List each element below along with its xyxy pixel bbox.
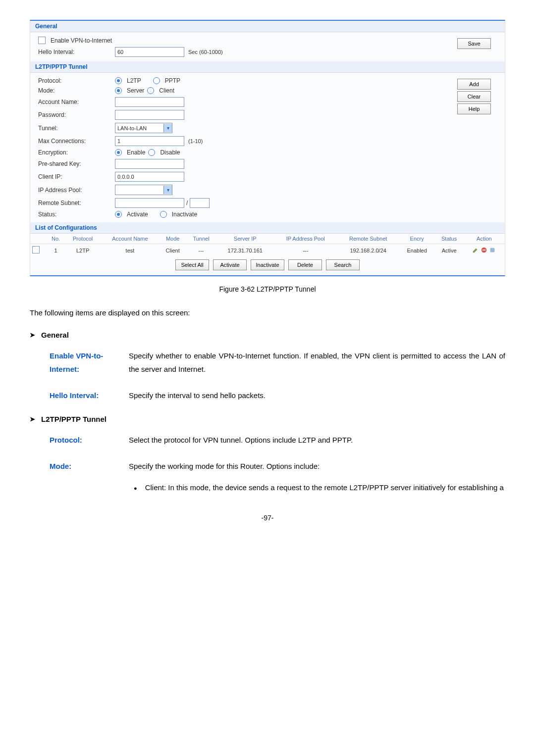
encryption-enable-text: Enable [127, 149, 145, 156]
desc-protocol: Select the protocol for VPN tunnel. Opti… [129, 433, 353, 447]
remotesubnet-mask-input[interactable] [190, 198, 210, 208]
account-input[interactable] [115, 97, 184, 107]
hello-interval-label: Hello Interval: [38, 49, 115, 55]
status-inactivate-radio[interactable] [160, 211, 167, 218]
desc-hello-interval: Specify the interval to send hello packe… [129, 389, 266, 402]
hello-interval-hint: Sec (60-1000) [188, 49, 223, 55]
ippool-select[interactable]: ▾ [115, 185, 172, 195]
term-protocol: Protocol: [50, 433, 129, 447]
save-button[interactable]: Save [457, 38, 491, 49]
desc-enable-vpn: Specify whether to enable VPN-to-Interne… [129, 349, 505, 376]
clientip-label: Client IP: [38, 173, 115, 180]
clientip-input[interactable]: 0.0.0.0 [115, 172, 184, 182]
encryption-disable-radio[interactable] [148, 149, 155, 156]
maxconn-input[interactable]: 1 [115, 136, 184, 146]
delete-icon[interactable] [481, 247, 487, 253]
activate-button[interactable]: Activate [213, 259, 247, 270]
edit-icon[interactable] [472, 247, 479, 253]
ippool-label: IP Address Pool: [38, 187, 115, 194]
inactivate-button[interactable]: Inactivate [251, 259, 284, 270]
maxconn-hint: (1-10) [188, 138, 203, 144]
table-row[interactable]: 1 L2TP test Client --- 172.31.70.161 ---… [30, 244, 505, 257]
chevron-down-icon: ▾ [163, 124, 172, 132]
config-panel: General Save Enable VPN-to-Internet Hell… [30, 20, 505, 276]
section-general-title: General [30, 21, 505, 32]
mode-client-text: Client [159, 87, 174, 94]
remotesubnet-sep: / [186, 200, 188, 206]
chevron-down-icon: ▾ [163, 186, 172, 194]
term-enable-vpn: Enable VPN-to-Internet: [50, 349, 129, 376]
encryption-enable-radio[interactable] [115, 149, 122, 156]
desc-mode: Specify the working mode for this Router… [129, 459, 504, 494]
tunnel-select[interactable]: LAN-to-LAN ▾ [115, 123, 172, 133]
mode-server-radio[interactable] [115, 87, 122, 94]
mode-client-radio[interactable] [147, 87, 154, 94]
mode-server-text: Server [127, 87, 144, 94]
mode-label: Mode: [38, 87, 115, 94]
tunnel-label: Tunnel: [38, 125, 115, 132]
encryption-label: Encryption: [38, 149, 115, 156]
select-all-button[interactable]: Select All [175, 259, 209, 270]
psk-label: Pre-shared Key: [38, 160, 115, 167]
remotesubnet-label: Remote Subnet: [38, 200, 115, 206]
search-button[interactable]: Search [326, 259, 360, 270]
section-heading-tunnel: L2TP/PPTP Tunnel [30, 415, 505, 423]
protocol-pptp-radio[interactable] [153, 77, 160, 84]
svg-rect-2 [490, 248, 495, 252]
status-inactivate-text: Inactivate [172, 211, 197, 218]
maxconn-label: Max Connections: [38, 138, 115, 145]
enable-vpn-label: Enable VPN-to-Internet [51, 37, 112, 44]
section-heading-general: General [30, 331, 505, 339]
info-icon[interactable] [489, 247, 496, 253]
term-hello-interval: Hello Interval: [50, 389, 129, 402]
term-mode: Mode: [50, 459, 129, 494]
bullet-client: Client: In this mode, the device sends a… [145, 481, 504, 494]
status-activate-radio[interactable] [115, 211, 122, 218]
page-number: -97- [30, 514, 505, 522]
svg-rect-1 [482, 250, 486, 251]
protocol-l2tp-radio[interactable] [115, 77, 122, 84]
password-input[interactable] [115, 110, 184, 120]
section-list-title: List of Configurations [30, 222, 505, 234]
hello-interval-input[interactable]: 60 [115, 47, 184, 57]
delete-button[interactable]: Delete [288, 259, 322, 270]
row-checkbox[interactable] [32, 246, 40, 253]
protocol-l2tp-text: L2TP [127, 77, 141, 84]
psk-input[interactable] [115, 159, 184, 169]
clear-button[interactable]: Clear [457, 91, 491, 102]
intro-text: The following items are displayed on thi… [30, 307, 505, 319]
status-label: Status: [38, 211, 115, 218]
remotesubnet-input[interactable] [115, 198, 184, 208]
account-label: Account Name: [38, 99, 115, 105]
protocol-pptp-text: PPTP [165, 77, 180, 84]
protocol-label: Protocol: [38, 77, 115, 84]
help-button[interactable]: Help [457, 103, 491, 114]
encryption-disable-text: Disable [160, 149, 180, 156]
password-label: Password: [38, 111, 115, 118]
section-tunnel-title: L2TP/PPTP Tunnel [30, 61, 505, 73]
add-button[interactable]: Add [457, 79, 491, 90]
figure-caption: Figure 3-62 L2TP/PPTP Tunnel [30, 285, 505, 293]
config-table: No. Protocol Account Name Mode Tunnel Se… [30, 234, 505, 256]
enable-vpn-checkbox[interactable] [38, 37, 46, 44]
status-activate-text: Activate [127, 211, 148, 218]
